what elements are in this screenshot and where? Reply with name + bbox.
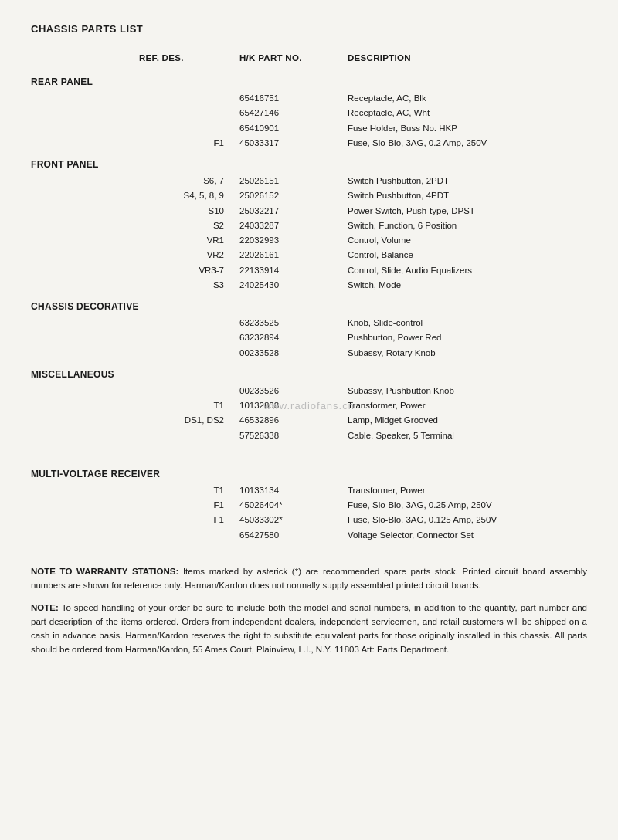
ref-des: F1 — [139, 499, 239, 512]
ref-des: F1 — [139, 513, 239, 527]
part-description: Fuse, Slo-Blo, 3AG, 0.125 Amp, 250V — [348, 513, 587, 527]
section-title: CHASSIS DECORATIVE — [31, 301, 587, 312]
part-number: 22133914 — [239, 264, 348, 277]
part-number: 10132808 — [239, 399, 348, 412]
part-row: VR122032993Control, Volume — [31, 234, 587, 247]
parts-sections: REAR PANEL65416751Receptacle, AC, Blk654… — [31, 76, 587, 542]
column-headers: REF. DES. H/K PART NO. DESCRIPTION — [31, 53, 587, 63]
part-row: 63233525Knob, Slide-control — [31, 317, 587, 330]
ref-des — [139, 429, 239, 442]
part-number: 25026152 — [239, 189, 348, 202]
section-title: REAR PANEL — [31, 76, 587, 87]
ref-des: VR3-7 — [139, 264, 239, 277]
section-miscellaneous: MISCELLANEOUS00233526Subassy, Pushbutton… — [31, 369, 587, 442]
part-description: Switch Pushbutton, 2PDT — [348, 174, 587, 188]
part-row: F145033302*Fuse, Slo-Blo, 3AG, 0.125 Amp… — [31, 513, 587, 527]
part-number: 25032217 — [239, 205, 348, 218]
part-number: 45026404* — [239, 499, 348, 512]
part-description: Subassy, Pushbutton Knob — [348, 384, 587, 398]
part-row: 00233528Subassy, Rotary Knob — [31, 347, 587, 360]
part-number: 65427146 — [239, 107, 348, 120]
part-description: Lamp, Midget Grooved — [348, 414, 587, 427]
ref-header: REF. DES. — [139, 53, 239, 63]
part-description: Receptacle, AC, Wht — [348, 107, 587, 120]
part-row: 00233526Subassy, Pushbutton Knob — [31, 384, 587, 398]
ref-des — [139, 347, 239, 360]
ref-des: T1 — [139, 399, 239, 412]
part-number: 24025430 — [239, 279, 348, 292]
section-chassis-decorative: CHASSIS DECORATIVE63233525Knob, Slide-co… — [31, 301, 587, 360]
part-row: F145033317Fuse, Slo-Blo, 3AG, 0.2 Amp, 2… — [31, 137, 587, 150]
ref-des — [139, 92, 239, 105]
part-row: S324025430Switch, Mode — [31, 279, 587, 292]
part-row: S224033287Switch, Function, 6 Position — [31, 219, 587, 232]
part-description: Switch, Mode — [348, 279, 587, 292]
part-description: Control, Slide, Audio Equalizers — [348, 264, 587, 277]
ref-des: VR2 — [139, 249, 239, 262]
page-title: CHASSIS PARTS LIST — [31, 23, 587, 35]
part-number: 65410901 — [239, 122, 348, 135]
ref-des — [139, 122, 239, 135]
part-number: 57526338 — [239, 429, 348, 442]
part-description: Control, Volume — [348, 234, 587, 247]
part-description: Transformer, Power — [348, 399, 587, 412]
note-paragraph-2: NOTE: To speed handling of your order be… — [31, 601, 587, 656]
ref-des: F1 — [139, 137, 239, 150]
part-row: 65427146Receptacle, AC, Wht — [31, 107, 587, 120]
part-row: S1025032217Power Switch, Push-type, DPST — [31, 205, 587, 218]
part-description: Switch, Function, 6 Position — [348, 219, 587, 232]
part-description: Switch Pushbutton, 4PDT — [348, 189, 587, 202]
part-row: F145026404*Fuse, Slo-Blo, 3AG, 0.25 Amp,… — [31, 499, 587, 512]
part-row: 63232894Pushbutton, Power Red — [31, 331, 587, 344]
part-description: Voltage Selector, Connector Set — [348, 529, 587, 542]
ref-des — [139, 107, 239, 120]
part-row: 65416751Receptacle, AC, Blk — [31, 92, 587, 105]
part-number: 00233528 — [239, 347, 348, 360]
part-number: 45033317 — [239, 137, 348, 150]
part-description: Subassy, Rotary Knob — [348, 347, 587, 360]
part-description: Fuse, Slo-Blo, 3AG, 0.25 Amp, 250V — [348, 499, 587, 512]
section-title: MULTI-VOLTAGE RECEIVER — [31, 469, 587, 479]
ref-des — [139, 317, 239, 330]
section-multi-voltage-receiver: MULTI-VOLTAGE RECEIVERT110133134Transfor… — [31, 469, 587, 542]
section-title: MISCELLANEOUS — [31, 369, 587, 380]
part-description: Fuse, Slo-Blo, 3AG, 0.2 Amp, 250V — [348, 137, 587, 150]
desc-header: DESCRIPTION — [348, 53, 587, 63]
ref-des: S4, 5, 8, 9 — [139, 189, 239, 202]
part-row: VR3-722133914Control, Slide, Audio Equal… — [31, 264, 587, 277]
part-header: H/K PART NO. — [239, 53, 348, 63]
part-number: 10133134 — [239, 484, 348, 497]
part-number: 25026151 — [239, 174, 348, 188]
ref-des: VR1 — [139, 234, 239, 247]
part-number: 45033302* — [239, 513, 348, 527]
part-number: 00233526 — [239, 384, 348, 398]
part-row: 57526338Cable, Speaker, 5 Terminal — [31, 429, 587, 442]
ref-des: S3 — [139, 279, 239, 292]
part-row: S6, 725026151Switch Pushbutton, 2PDT — [31, 174, 587, 188]
part-row: S4, 5, 8, 925026152Switch Pushbutton, 4P… — [31, 189, 587, 202]
part-description: Transformer, Power — [348, 484, 587, 497]
section-title: FRONT PANEL — [31, 159, 587, 170]
part-number: 63232894 — [239, 331, 348, 344]
ref-des: T1 — [139, 484, 239, 497]
section-front-panel: FRONT PANELS6, 725026151Switch Pushbutto… — [31, 159, 587, 292]
part-description: Knob, Slide-control — [348, 317, 587, 330]
part-number: 65427580 — [239, 529, 348, 542]
part-description: Cable, Speaker, 5 Terminal — [348, 429, 587, 442]
part-description: Pushbutton, Power Red — [348, 331, 587, 344]
ref-des — [139, 384, 239, 398]
part-number: 22026161 — [239, 249, 348, 262]
part-row: T110132808Transformer, Power — [31, 399, 587, 412]
part-description: Control, Balance — [348, 249, 587, 262]
part-row: T110133134Transformer, Power — [31, 484, 587, 497]
part-row: DS1, DS246532896Lamp, Midget Grooved — [31, 414, 587, 427]
ref-des: DS1, DS2 — [139, 414, 239, 427]
part-description: Receptacle, AC, Blk — [348, 92, 587, 105]
notes-section: NOTE TO WARRANTY STATIONS: Items marked … — [31, 565, 587, 657]
part-description: Fuse Holder, Buss No. HKP — [348, 122, 587, 135]
part-row: 65410901Fuse Holder, Buss No. HKP — [31, 122, 587, 135]
part-number: 63233525 — [239, 317, 348, 330]
note-bold-prefix: NOTE TO WARRANTY STATIONS: — [31, 567, 178, 576]
part-row: VR222026161Control, Balance — [31, 249, 587, 262]
note-paragraph-1: NOTE TO WARRANTY STATIONS: Items marked … — [31, 565, 587, 593]
